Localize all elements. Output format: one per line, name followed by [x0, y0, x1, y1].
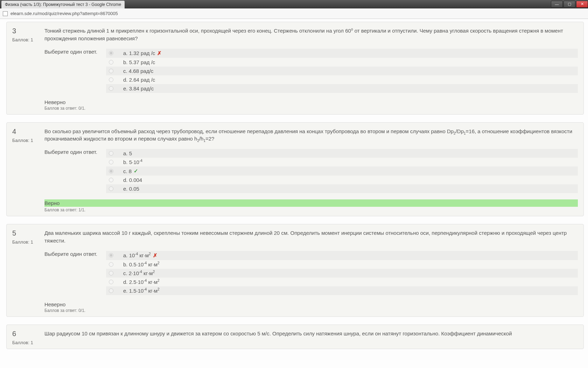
score-label: Баллов за ответ: 0/1. [44, 308, 578, 313]
answer-option[interactable]: d. 0.004 [106, 176, 578, 184]
answer-option[interactable]: a. 10-4 кг·м2✗ [106, 251, 578, 260]
answer-radio[interactable] [109, 280, 113, 284]
answers-list: a. 5b. 5·10-4c. 8✓d. 0.004e. 0.05 [106, 149, 578, 193]
answer-label: b. 5·10-4 [123, 159, 142, 165]
answer-radio[interactable] [109, 51, 113, 55]
score-label: Баллов за ответ: 1/1. [44, 207, 578, 212]
question-meta: 4Баллов: 1 [12, 128, 44, 213]
page-viewport[interactable]: 3Баллов: 1Тонкий стержень длиной 1 м при… [0, 19, 588, 368]
question-body: Два маленьких шарика массой 10 г каждый,… [44, 229, 578, 313]
question-text: Тонкий стержень длиной 1 м прикреплен к … [44, 27, 578, 42]
answer-option[interactable]: c. 2·10-4 кг·м2 [106, 269, 578, 278]
answer-option[interactable]: b. 5·10-4 [106, 158, 578, 166]
answer-label: e. 1.5·10-4 кг·м2 [123, 288, 160, 294]
question-card: 6Баллов: 1Шар радиусом 10 см привязан к … [6, 325, 584, 349]
answer-label: d. 2.5·10-4 кг·м2 [123, 279, 160, 285]
answer-option[interactable]: e. 0.05 [106, 184, 578, 193]
question-points: Баллов: 1 [12, 138, 44, 143]
answer-option[interactable]: c. 4.68 рад/с [106, 67, 578, 75]
question-body: Во сколько раз увеличится объемный расхо… [44, 128, 578, 213]
answer-option[interactable]: c. 8✓ [106, 166, 578, 176]
answer-label: c. 8 [123, 168, 132, 174]
question-text: Два маленьких шарика массой 10 г каждый,… [44, 229, 578, 245]
answer-radio[interactable] [109, 178, 113, 182]
question-card: 5Баллов: 1Два маленьких шарика массой 10… [6, 224, 584, 317]
question-meta: 5Баллов: 1 [12, 229, 44, 313]
answer-option[interactable]: e. 1.5·10-4 кг·м2 [106, 286, 578, 295]
question-card: 4Баллов: 1Во сколько раз увеличится объе… [6, 122, 584, 217]
question-body: Шар радиусом 10 см привязан к длинному ш… [44, 330, 578, 345]
answer-label: a. 5 [123, 150, 132, 156]
address-bar[interactable]: elearn.sde.ru/mod/quiz/review.php?attemp… [0, 8, 588, 19]
answer-label: e. 3.84 рад/с [123, 86, 154, 91]
question-points: Баллов: 1 [12, 340, 44, 345]
page-icon [3, 11, 8, 16]
verdict-label: Неверно [44, 99, 578, 105]
answer-radio[interactable] [109, 253, 113, 258]
verdict-label: Неверно [44, 301, 578, 307]
answer-label: d. 2.64 рад /с [123, 77, 155, 83]
question-points: Баллов: 1 [12, 239, 44, 245]
feedback: НеверноБаллов за ответ: 0/1. [44, 99, 578, 111]
question-card: 3Баллов: 1Тонкий стержень длиной 1 м при… [6, 22, 584, 115]
verdict-label: Верно [44, 199, 578, 207]
answer-label: b. 5.37 рад /с [123, 59, 155, 65]
answer-option[interactable]: b. 0.5·10-4 кг·м2 [106, 260, 578, 269]
question-body: Тонкий стержень длиной 1 м прикреплен к … [44, 27, 578, 111]
answer-radio[interactable] [109, 69, 113, 73]
browser-tab[interactable]: Физика (часть 1/3): Промежуточный тест 3… [1, 1, 125, 8]
question-number: 6 [12, 330, 44, 338]
choose-one-label: Выберите один ответ. [44, 251, 106, 295]
answer-label: a. 10-4 кг·м2 [123, 252, 151, 258]
question-text: Во сколько раз увеличится объемный расхо… [44, 128, 578, 143]
tab-title: Физика (часть 1/3): Промежуточный тест 3… [5, 2, 121, 7]
feedback: НеверноБаллов за ответ: 0/1. [44, 301, 578, 313]
answer-label: a. 1.32 рад /с [123, 50, 155, 56]
cross-icon: ✗ [157, 50, 162, 56]
url-text: elearn.sde.ru/mod/quiz/review.php?attemp… [10, 11, 118, 16]
answer-label: d. 0.004 [123, 177, 142, 183]
answer-option[interactable]: d. 2.5·10-4 кг·м2 [106, 278, 578, 286]
question-number: 3 [12, 27, 44, 35]
answer-option[interactable]: b. 5.37 рад /с [106, 58, 578, 67]
answer-radio[interactable] [109, 151, 113, 156]
cross-icon: ✗ [153, 252, 158, 259]
close-button[interactable]: ✕ [576, 1, 588, 8]
question-number: 5 [12, 229, 44, 237]
choose-one-label: Выберите один ответ. [44, 49, 106, 93]
answer-radio[interactable] [109, 271, 113, 275]
question-number: 4 [12, 128, 44, 136]
answer-label: e. 0.05 [123, 186, 139, 192]
window-titlebar: Физика (часть 1/3): Промежуточный тест 3… [0, 0, 588, 8]
answers-list: a. 10-4 кг·м2✗b. 0.5·10-4 кг·м2c. 2·10-4… [106, 251, 578, 295]
question-meta: 6Баллов: 1 [12, 330, 44, 345]
check-icon: ✓ [134, 168, 138, 174]
answer-option[interactable]: e. 3.84 рад/с [106, 84, 578, 93]
answer-radio[interactable] [109, 160, 113, 164]
maximize-button[interactable]: ▢ [564, 1, 575, 8]
question-meta: 3Баллов: 1 [12, 27, 44, 111]
answer-radio[interactable] [109, 60, 113, 64]
choose-one-label: Выберите один ответ. [44, 149, 106, 193]
answer-label: c. 2·10-4 кг·м2 [123, 270, 155, 276]
feedback: ВерноБаллов за ответ: 1/1. [44, 199, 578, 212]
answer-radio[interactable] [109, 86, 113, 91]
minimize-button[interactable]: — [551, 1, 563, 8]
answer-label: c. 4.68 рад/с [123, 68, 153, 74]
answer-label: b. 0.5·10-4 кг·м2 [123, 261, 160, 267]
answer-radio[interactable] [109, 262, 113, 267]
question-points: Баллов: 1 [12, 37, 44, 42]
answers-list: a. 1.32 рад /с✗b. 5.37 рад /сc. 4.68 рад… [106, 49, 578, 93]
answer-radio[interactable] [109, 77, 113, 82]
answer-option[interactable]: d. 2.64 рад /с [106, 75, 578, 84]
answer-radio[interactable] [109, 288, 113, 293]
score-label: Баллов за ответ: 0/1. [44, 106, 578, 111]
answer-radio[interactable] [109, 169, 113, 173]
answer-option[interactable]: a. 1.32 рад /с✗ [106, 49, 578, 58]
answer-radio[interactable] [109, 186, 113, 191]
answer-option[interactable]: a. 5 [106, 149, 578, 158]
question-text: Шар радиусом 10 см привязан к длинному ш… [44, 330, 578, 338]
